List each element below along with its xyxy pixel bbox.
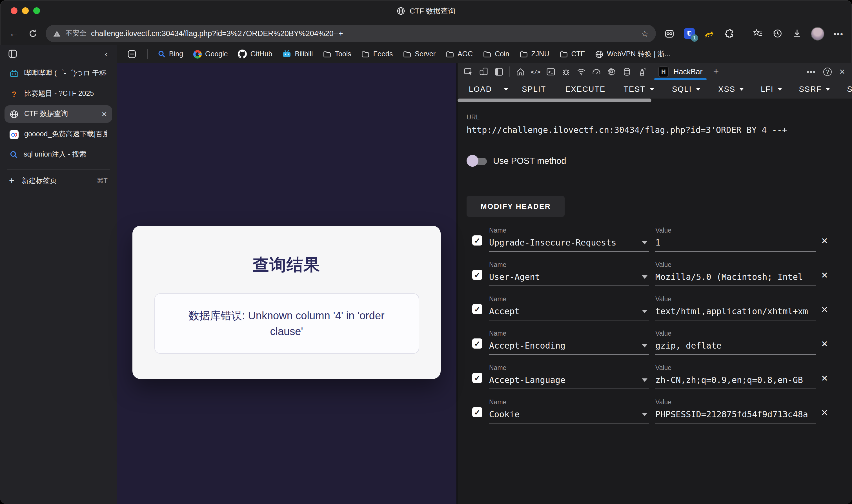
bookmark-folder-coin[interactable]: Coin bbox=[483, 50, 509, 58]
close-window-button[interactable] bbox=[11, 7, 17, 14]
panel-layout-icon[interactable] bbox=[491, 64, 507, 79]
debugger-bug-icon[interactable] bbox=[558, 64, 574, 79]
ssrf-menu[interactable]: SSRF bbox=[799, 85, 822, 93]
close-tab-icon[interactable]: ✕ bbox=[101, 110, 107, 118]
bookmark-bilibili[interactable]: Bilibili bbox=[283, 50, 313, 58]
bookmark-github[interactable]: GitHub bbox=[238, 50, 273, 58]
onetab-extension-icon[interactable] bbox=[664, 28, 675, 39]
header-enabled-checkbox[interactable]: ✓ bbox=[472, 304, 482, 314]
history-icon[interactable] bbox=[771, 28, 783, 39]
tab-hackbar[interactable]: H HackBar bbox=[653, 63, 708, 80]
network-icon[interactable] bbox=[574, 64, 589, 79]
header-enabled-checkbox[interactable]: ✓ bbox=[472, 235, 482, 246]
header-value-input[interactable]: gzip, deflate bbox=[655, 341, 816, 355]
execute-button[interactable]: EXECUTE bbox=[565, 85, 606, 93]
more-tools-plus-icon[interactable]: + bbox=[713, 66, 719, 77]
horizontal-scrollbar[interactable] bbox=[457, 98, 852, 103]
devtools-more-options-icon[interactable]: ••• bbox=[807, 67, 816, 76]
memory-icon[interactable] bbox=[604, 64, 619, 79]
tab-bilibili[interactable]: 哔哩哔哩 (゜-゜)つロ 干杯~ bbox=[4, 65, 112, 82]
address-url[interactable]: challenge.ilovectf.cn:30434/flag.php?id=… bbox=[91, 29, 637, 38]
minimize-window-button[interactable] bbox=[22, 7, 29, 14]
performance-icon[interactable] bbox=[589, 64, 604, 79]
back-button[interactable]: ← bbox=[8, 28, 20, 39]
sqli-menu[interactable]: SQLI bbox=[672, 85, 692, 93]
remove-header-icon[interactable]: ✕ bbox=[821, 236, 828, 246]
lighthouse-icon[interactable] bbox=[634, 64, 650, 79]
remove-header-icon[interactable]: ✕ bbox=[821, 408, 828, 418]
dropdown-caret-icon[interactable] bbox=[642, 241, 647, 245]
devtools-close-icon[interactable]: ✕ bbox=[839, 67, 845, 76]
tab-actions-icon[interactable] bbox=[8, 49, 17, 58]
header-value-input[interactable]: text/html,application/xhtml+xm bbox=[655, 306, 816, 320]
collapse-sidebar-icon[interactable]: ‹ bbox=[105, 49, 108, 58]
bookmark-folder-ctf[interactable]: CTF bbox=[559, 50, 585, 58]
tab-sql-union-search[interactable]: sql union注入 - 搜索 bbox=[4, 146, 112, 163]
console-icon[interactable] bbox=[543, 64, 558, 79]
inspect-element-icon[interactable] bbox=[461, 64, 476, 79]
bookmark-folder-agc[interactable]: AGC bbox=[446, 50, 473, 58]
remove-header-icon[interactable]: ✕ bbox=[821, 305, 828, 315]
header-name-select[interactable]: Accept-Language bbox=[489, 375, 649, 389]
profile-avatar[interactable] bbox=[811, 27, 824, 40]
dropdown-caret-icon[interactable] bbox=[642, 275, 647, 279]
reload-button[interactable] bbox=[28, 29, 38, 38]
bookmark-folder-server[interactable]: Server bbox=[403, 50, 436, 58]
modify-header-button[interactable]: MODIFY HEADER bbox=[467, 196, 565, 217]
header-name-select[interactable]: Upgrade-Insecure-Requests bbox=[489, 238, 649, 252]
new-tab-button[interactable]: + 新建标签页 ⌘T bbox=[0, 172, 117, 190]
bookmark-star-icon[interactable]: ☆ bbox=[641, 29, 648, 39]
header-enabled-checkbox[interactable]: ✓ bbox=[472, 270, 482, 280]
lfi-menu[interactable]: LFI bbox=[761, 85, 774, 93]
header-enabled-checkbox[interactable]: ✓ bbox=[472, 339, 482, 348]
header-name-select[interactable]: Cookie bbox=[489, 409, 649, 424]
storage-icon[interactable] bbox=[619, 64, 634, 79]
header-enabled-checkbox[interactable]: ✓ bbox=[472, 407, 482, 417]
remove-header-icon[interactable]: ✕ bbox=[821, 339, 828, 349]
extensions-puzzle-icon[interactable] bbox=[723, 28, 734, 39]
load-dropdown-caret[interactable] bbox=[504, 88, 508, 91]
header-name-select[interactable]: User-Agent bbox=[489, 272, 649, 286]
bookmark-bing[interactable]: Bing bbox=[158, 50, 183, 58]
favorites-icon[interactable] bbox=[752, 28, 763, 39]
header-value-input[interactable]: PHPSESSID=212875fd54f9d713c48a bbox=[655, 409, 816, 424]
bitwarden-extension-icon[interactable]: 1 bbox=[683, 28, 695, 39]
header-value-input[interactable]: Mozilla/5.0 (Macintosh; Intel bbox=[655, 272, 816, 286]
reading-list-icon[interactable] bbox=[127, 49, 137, 59]
header-value-input[interactable]: zh-CN,zh;q=0.9,en;q=0.8,en-GB bbox=[655, 375, 816, 389]
downloads-icon[interactable] bbox=[791, 28, 802, 39]
elements-icon[interactable]: </> bbox=[528, 64, 543, 79]
header-value-input[interactable]: 1 bbox=[655, 238, 816, 252]
remove-header-icon[interactable]: ✕ bbox=[821, 270, 828, 281]
post-method-toggle[interactable] bbox=[467, 155, 487, 167]
test-menu[interactable]: TEST bbox=[624, 85, 645, 93]
bookmark-folder-tools[interactable]: Tools bbox=[323, 50, 351, 58]
tab-ctf-2025[interactable]: ? 比赛题目 - ?CTF 2025 bbox=[4, 85, 112, 103]
header-name-select[interactable]: Accept-Encoding bbox=[489, 341, 649, 355]
address-bar[interactable]: 不安全 challenge.ilovectf.cn:30434/flag.php… bbox=[46, 25, 656, 42]
overflow-menu-item[interactable]: S bbox=[847, 85, 852, 93]
devtools-help-icon[interactable]: ? bbox=[823, 67, 832, 76]
split-button[interactable]: SPLIT bbox=[522, 85, 546, 93]
remove-header-icon[interactable]: ✕ bbox=[821, 373, 828, 383]
device-emulation-icon[interactable] bbox=[476, 64, 491, 79]
load-button[interactable]: LOAD bbox=[469, 85, 492, 93]
maximize-window-button[interactable] bbox=[33, 7, 40, 14]
security-label[interactable]: 不安全 bbox=[65, 29, 87, 38]
xss-menu[interactable]: XSS bbox=[718, 85, 735, 93]
bookmark-folder-zjnu[interactable]: ZJNU bbox=[520, 50, 550, 58]
header-enabled-checkbox[interactable]: ✓ bbox=[472, 373, 482, 383]
dropdown-caret-icon[interactable] bbox=[642, 413, 647, 416]
bookmark-folder-feeds[interactable]: Feeds bbox=[362, 50, 393, 58]
dropdown-caret-icon[interactable] bbox=[642, 378, 647, 382]
bookmark-google[interactable]: Google bbox=[193, 50, 228, 58]
header-name-select[interactable]: Accept bbox=[489, 306, 649, 320]
dropdown-caret-icon[interactable] bbox=[642, 310, 647, 313]
tampermonkey-cat-extension-icon[interactable] bbox=[703, 28, 714, 39]
bookmark-webvpn[interactable]: WebVPN 转换 | 浙... bbox=[595, 49, 671, 59]
tab-gooood-download[interactable]: gooood_免费高速下载|百度 bbox=[4, 126, 112, 143]
url-input[interactable]: http://challenge.ilovectf.cn:30434/flag.… bbox=[467, 125, 838, 140]
more-menu-icon[interactable]: ••• bbox=[833, 28, 844, 39]
tab-ctf-query-active[interactable]: CTF 数据查询 ✕ bbox=[4, 105, 112, 123]
welcome-home-icon[interactable] bbox=[513, 64, 528, 79]
